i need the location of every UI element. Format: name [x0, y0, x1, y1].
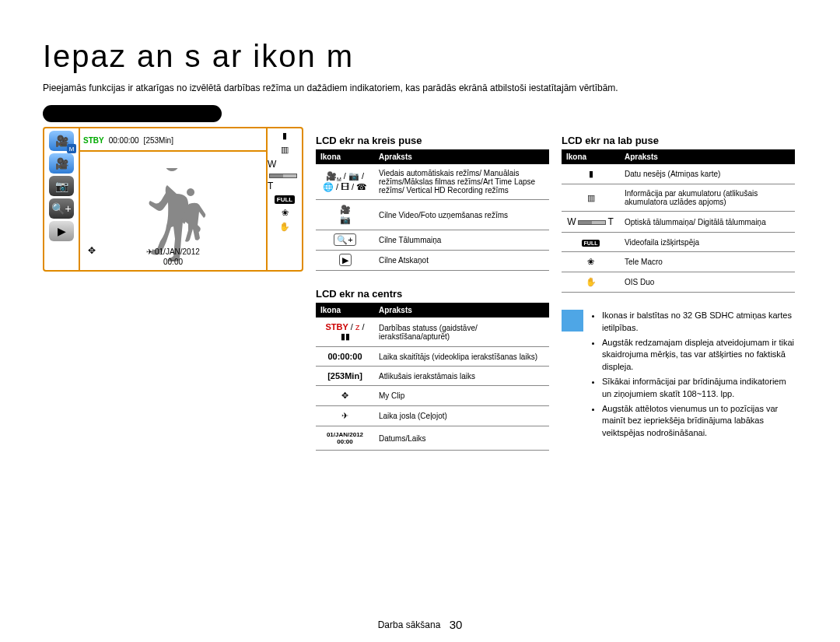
zoom-cell-indicator: WT	[567, 216, 614, 227]
th-apraksts: Apraksts	[374, 149, 549, 164]
note-item: Sīkākai informācijai par brīdinājuma ind…	[602, 376, 795, 400]
sd-icon: ▮	[282, 131, 287, 141]
zoom-cell-icon: 🔍+	[334, 233, 355, 246]
table-row: ▥ Informācija par akumulatoru (atlikušai…	[562, 184, 795, 212]
ois-icon: ✋	[279, 222, 290, 232]
cell-desc: Tele Macro	[620, 252, 795, 272]
cell-desc: Videofaila izšķirtspēja	[620, 233, 795, 252]
sep2: /	[359, 322, 364, 332]
note-item: Augstāk redzamajam displeja atveidojumam…	[602, 337, 795, 373]
cell-desc: Optiskā tālummaiņa/ Digitālā tālummaiņa	[620, 212, 795, 233]
note-icon	[562, 310, 583, 332]
cell-desc: Datums/Laiks	[374, 426, 549, 451]
table-row: ✈ Laika josla (Ceļojot)	[316, 406, 549, 426]
airplane-icon: ✈	[146, 247, 155, 256]
section-pill	[43, 105, 222, 122]
table-row: ❀ Tele Macro	[562, 252, 795, 272]
cell-desc: Informācija par akumulatoru (atlikušais …	[620, 184, 795, 212]
center-title: LCD ekr na centrs	[316, 288, 549, 300]
cell-desc: Cilne Video/Foto uzņemšanas režīms	[374, 200, 549, 230]
sd-cell-icon: ▮	[589, 169, 593, 178]
counter-cell: 00:00:00	[327, 352, 362, 361]
cell-desc: Viedais automātiskais režīms/ Manuālais …	[374, 164, 549, 200]
footer-label: Darba sākšana	[378, 619, 441, 630]
myclip-cell-icon: ✥	[341, 391, 348, 400]
table-row: ▮ Datu nesējs (Atmiņas karte)	[562, 164, 795, 184]
table-row: 00:00:00 Laika skaitītājs (videoklipa ie…	[316, 347, 549, 367]
cell-desc: Cilne Tālummaiņa	[374, 230, 549, 251]
timezone-cell-icon: ✈	[341, 411, 348, 420]
pause-icon: ▮▮	[341, 332, 350, 341]
notes-block: Ikonas ir balstītas no 32 GB SDHC atmiņa…	[562, 310, 795, 442]
table-row: STBY / z / ▮▮ Darbības statuss (gaidstāv…	[316, 317, 549, 347]
remain-time: [253Min]	[144, 136, 173, 145]
photo-tab-icon: 📷	[49, 176, 74, 196]
rec-tab-icons: 🎥📷	[340, 205, 351, 224]
th-ikona: Ikona	[316, 149, 374, 164]
table-row: FULL Videofaila izšķirtspēja	[562, 233, 795, 252]
lcd-date: 01/JAN/2012	[155, 247, 200, 256]
table-row: WT Optiskā tālummaiņa/ Digitālā tālummai…	[562, 212, 795, 233]
page-title: Iepaz an s ar ikon m	[43, 39, 797, 74]
cell-desc: Datu nesējs (Atmiņas karte)	[620, 164, 795, 184]
table-row: 01/JAN/201200:00 Datums/Laiks	[316, 426, 549, 451]
left-side-title: LCD ekr na kreis puse	[316, 135, 549, 146]
table-row: ▶ Cilne Atskaņot	[316, 251, 549, 271]
table-row: 🔍+ Cilne Tālummaiņa	[316, 230, 549, 251]
lcd-mockup: 🎥M 🎥 📷 🔍+ ▶ STBY 00:00:00 [253Min] ▮ ▥	[43, 127, 303, 272]
cell-desc: Atlikušais ierakstāmais laiks	[374, 367, 549, 386]
stby-label: STBY	[325, 322, 348, 332]
stby-indicator: STBY	[83, 136, 104, 145]
resolution-badge: FULL	[275, 195, 295, 204]
right-side-table: Ikona Apraksts ▮ Datu nesējs (Atmiņas ka…	[562, 149, 795, 293]
battery-cell-icon: ▥	[587, 193, 595, 202]
time-counter: 00:00:00	[109, 136, 139, 145]
cell-desc: Cilne Atskaņot	[374, 251, 549, 271]
table-row: 🎥📷 Cilne Video/Foto uzņemšanas režīms	[316, 200, 549, 230]
table-row: ✋ OIS Duo	[562, 272, 795, 293]
remain-cell: [253Min]	[327, 371, 362, 381]
right-side-title: LCD ekr na lab puse	[562, 135, 795, 146]
cell-desc: Laika josla (Ceļojot)	[374, 406, 549, 426]
play-tab-icon: ▶	[49, 221, 74, 241]
hand-cell-icon: ✋	[586, 277, 597, 286]
intro-text: Pieejamās funkcijas ir atkarīgas no izvē…	[43, 82, 797, 94]
tele-macro-icon: ❀	[282, 208, 289, 218]
cell-desc: My Clip	[374, 386, 549, 406]
date-cell: 01/JAN/2012	[327, 431, 363, 438]
th-apraksts: Apraksts	[620, 149, 795, 164]
sep: /	[348, 322, 355, 332]
lcd-time: 00:00	[146, 257, 200, 267]
cell-desc: Darbības statuss (gaidstāve/ ierakstīšan…	[374, 317, 549, 347]
table-row: 🎥M / 📷 /🌐 / 🎞 / ☎ Viedais automātiskais …	[316, 164, 549, 200]
th-ikona: Ikona	[562, 149, 620, 164]
flower-cell-icon: ❀	[587, 257, 594, 266]
center-table: Ikona Apraksts STBY / z / ▮▮ Darbības st…	[316, 303, 549, 451]
th-apraksts: Apraksts	[374, 303, 549, 317]
resolution-cell-badge: FULL	[582, 240, 600, 247]
zoom-indicator: WT	[268, 159, 302, 191]
mode-icon: 🎥M	[49, 131, 74, 151]
table-row: [253Min] Atlikušais ierakstāmais laiks	[316, 367, 549, 386]
page-number: 30	[450, 618, 463, 631]
mode-icons-cell: 🎥M / 📷 /🌐 / 🎞 / ☎	[323, 171, 367, 191]
note-item: Augstāk attēlotos vienumus un to pozīcij…	[602, 403, 795, 439]
page-footer: Darba sākšana 30	[0, 618, 840, 631]
table-row: ✥ My Clip	[316, 386, 549, 406]
cell-desc: Laika skaitītājs (videoklipa ierakstīšan…	[374, 347, 549, 367]
myclip-star-icon: ✥	[88, 245, 96, 256]
play-cell-icon: ▶	[339, 254, 352, 266]
note-item: Ikonas ir balstītas no 32 GB SDHC atmiņa…	[602, 310, 795, 334]
left-side-table: Ikona Apraksts 🎥M / 📷 /🌐 / 🎞 / ☎ Viedais…	[316, 149, 549, 271]
video-tab-icon: 🎥	[49, 153, 74, 174]
zoom-tab-icon: 🔍+	[49, 198, 74, 219]
th-ikona: Ikona	[316, 303, 374, 317]
battery-icon: ▥	[281, 145, 289, 155]
cell-desc: OIS Duo	[620, 272, 795, 293]
time-cell: 00:00	[337, 438, 352, 445]
